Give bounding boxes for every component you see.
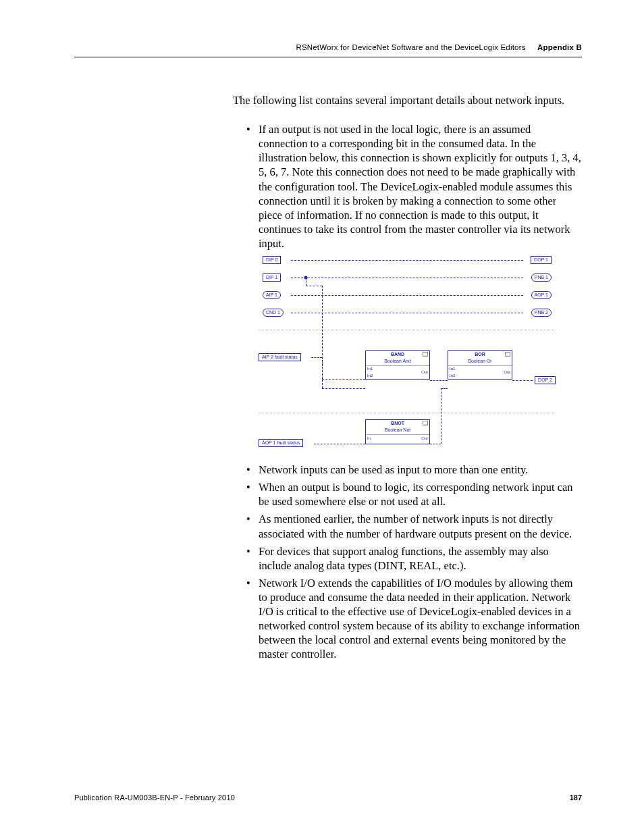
gate-ports: In1 In2 Out	[448, 365, 512, 379]
tag-dip0: DIP 0	[263, 256, 281, 264]
tag-dop1: DOP 1	[531, 256, 552, 264]
header-appendix: Appendix B	[537, 43, 582, 51]
close-icon: …	[505, 352, 510, 357]
close-icon: …	[423, 352, 428, 357]
page-header: RSNetWorx for DeviceNet Software and the…	[74, 43, 582, 57]
gate-ports: In1 In2 Out	[366, 365, 429, 379]
gate-title: BNOT	[366, 420, 429, 427]
port-in2: In2	[367, 373, 373, 379]
wire	[291, 278, 523, 278]
port-out: Out	[421, 370, 428, 375]
gate-band: … BAND Boolean And In1 In2 Out	[365, 350, 430, 380]
tag-dop2: DOP 2	[535, 376, 556, 384]
list-item: Network I/O extends the capabilities of …	[259, 576, 582, 662]
tag-aop1: AOP 1	[531, 291, 552, 299]
wire	[441, 388, 441, 444]
port-in1: In1	[367, 367, 373, 372]
gate-bor: … BOR Boolean Or In1 In2 Out	[448, 350, 512, 380]
divider	[259, 413, 556, 413]
list-item: As mentioned earlier, the number of netw…	[259, 512, 582, 540]
wire	[322, 388, 365, 389]
gate-bnot: … BNOT Boolean Not In Out	[365, 419, 430, 444]
tag-aip2-fault: AIP 2 fault status	[259, 353, 301, 361]
wire	[441, 388, 448, 389]
tag-cnd1: CND 1	[263, 309, 284, 317]
port-in1: In1	[450, 367, 455, 372]
header-title: RSNetWorx for DeviceNet Software and the…	[296, 43, 525, 51]
tag-aip1: AIP 1	[263, 291, 281, 299]
page-number: 187	[570, 793, 582, 802]
wire	[322, 357, 323, 388]
port-out: Out	[504, 370, 510, 375]
wire	[512, 380, 533, 381]
gate-subtitle: Boolean Not	[366, 427, 429, 434]
tag-pnb2: PNB 2	[531, 309, 552, 317]
gate-title: BOR	[448, 351, 512, 359]
wire	[314, 444, 365, 444]
list-item: When an output is bound to logic, its co…	[259, 480, 582, 509]
gate-ports: In Out	[366, 434, 429, 444]
tag-aop1-fault: AOP 1 fault status	[259, 439, 303, 447]
intro-paragraph: The following list contains several impo…	[233, 93, 582, 107]
wire	[311, 357, 322, 358]
page-footer: Publication RA-UM003B-EN-P - February 20…	[74, 793, 582, 802]
gate-title: BAND	[366, 351, 429, 359]
wire	[306, 278, 306, 286]
wire	[306, 286, 322, 286]
wire	[291, 295, 523, 296]
tag-dip1: DIP 1	[263, 273, 281, 282]
close-icon: …	[423, 421, 428, 425]
page-content: The following list contains several impo…	[233, 93, 582, 665]
logic-diagram: DIP 0 DIP 1 AIP 1 CND 1 AIP 2 fault stat…	[259, 256, 556, 456]
bullet-list-bottom: Network inputs can be used as input to m…	[233, 463, 582, 661]
port-out: Out	[421, 436, 428, 442]
gate-subtitle: Boolean And	[366, 359, 429, 365]
divider	[259, 330, 556, 330]
list-item: For devices that support analog function…	[259, 544, 582, 573]
port-in: In	[367, 436, 371, 442]
gate-subtitle: Boolean Or	[448, 359, 512, 365]
wire	[430, 380, 448, 381]
bullet-list-top: If an output is not used in the local lo…	[233, 122, 582, 251]
tag-pnb1: PNB 1	[531, 273, 552, 282]
publication-info: Publication RA-UM003B-EN-P - February 20…	[74, 793, 235, 802]
list-item: Network inputs can be used as input to m…	[259, 463, 582, 477]
list-item: If an output is not used in the local lo…	[259, 122, 582, 251]
wire	[430, 444, 441, 444]
wire	[322, 379, 365, 380]
wire	[291, 313, 523, 313]
wire	[291, 260, 523, 261]
port-in2: In2	[450, 373, 455, 379]
